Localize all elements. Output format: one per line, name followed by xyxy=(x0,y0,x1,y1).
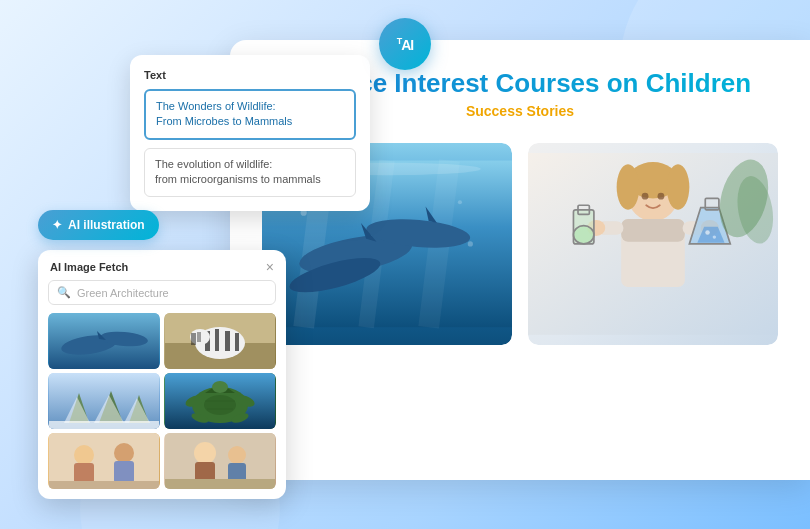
fetch-close-button[interactable]: × xyxy=(266,260,274,274)
text-input-secondary[interactable]: The evolution of wildlife: from microorg… xyxy=(144,148,356,197)
fetch-img-people1[interactable] xyxy=(48,433,160,489)
svg-point-31 xyxy=(705,230,710,235)
ai-icon-wrapper: TAI xyxy=(379,18,431,70)
ai-superscript: T xyxy=(397,36,402,46)
text-panel-label: Text xyxy=(144,69,356,81)
svg-point-33 xyxy=(642,193,649,200)
fetch-img-turtle[interactable] xyxy=(164,373,276,429)
fetch-image-grid xyxy=(38,313,286,499)
search-icon: 🔍 xyxy=(57,286,71,299)
svg-point-77 xyxy=(194,442,216,464)
fetch-search-text: Green Architecture xyxy=(77,287,169,299)
fetch-img-zebra[interactable] xyxy=(164,313,276,369)
fetch-img-dolphins[interactable] xyxy=(48,313,160,369)
svg-point-32 xyxy=(713,236,716,239)
svg-point-17 xyxy=(617,165,640,210)
svg-rect-47 xyxy=(235,333,239,351)
text-input-primary[interactable]: The Wonders of Wildlife: From Microbes t… xyxy=(144,89,356,140)
svg-point-27 xyxy=(573,226,593,244)
svg-point-9 xyxy=(301,210,307,216)
ai-illustration-label: AI illustration xyxy=(68,218,145,232)
svg-point-62 xyxy=(212,381,228,393)
fetch-panel-header: AI Image Fetch × xyxy=(38,250,286,280)
svg-rect-46 xyxy=(225,331,230,351)
fetch-img-snow[interactable] xyxy=(48,373,160,429)
child-image xyxy=(528,143,778,345)
svg-rect-74 xyxy=(114,461,134,483)
svg-rect-20 xyxy=(621,219,685,242)
ai-logo-text: TAI xyxy=(397,36,414,53)
svg-point-79 xyxy=(228,446,246,464)
fetch-panel-title: AI Image Fetch xyxy=(50,261,128,273)
svg-point-12 xyxy=(458,200,462,204)
ai-brand-icon: TAI xyxy=(379,18,431,70)
svg-rect-45 xyxy=(215,329,219,351)
svg-point-73 xyxy=(114,443,134,463)
ai-illustration-button[interactable]: ✦ AI illustration xyxy=(38,210,159,240)
svg-rect-70 xyxy=(49,433,159,489)
svg-point-63 xyxy=(204,395,236,415)
svg-rect-49 xyxy=(191,333,196,345)
svg-rect-50 xyxy=(197,332,201,342)
svg-point-71 xyxy=(74,445,94,465)
svg-point-34 xyxy=(658,193,665,200)
svg-rect-81 xyxy=(165,479,275,489)
svg-rect-75 xyxy=(49,481,159,489)
image-card-child: Chemical Curiosities: The Magic of Matte… xyxy=(528,143,778,345)
svg-rect-58 xyxy=(49,421,159,429)
svg-rect-72 xyxy=(74,463,94,483)
text-panel: Text The Wonders of Wildlife: From Micro… xyxy=(130,55,370,211)
svg-point-11 xyxy=(468,241,473,246)
fetch-img-people2[interactable] xyxy=(164,433,276,489)
ai-fetch-panel: AI Image Fetch × 🔍 Green Architecture xyxy=(38,250,286,499)
svg-point-18 xyxy=(667,165,690,210)
fetch-search-bar[interactable]: 🔍 Green Architecture xyxy=(48,280,276,305)
sparkle-icon: ✦ xyxy=(52,218,62,232)
